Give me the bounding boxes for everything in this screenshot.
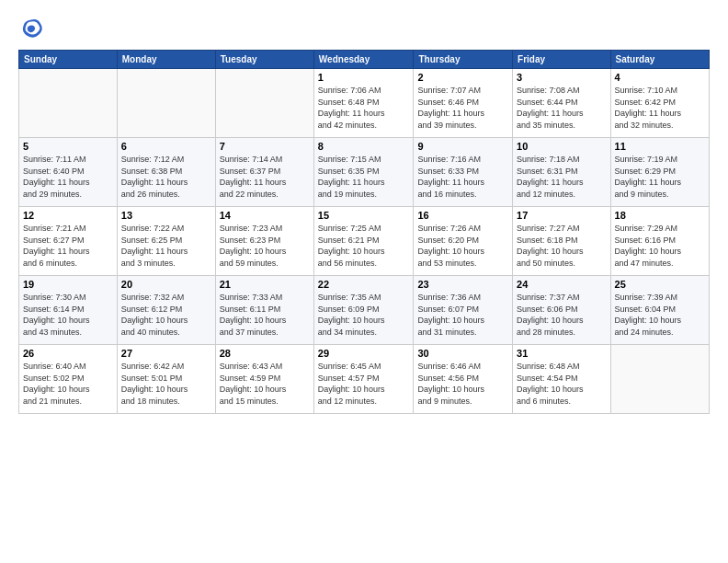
day-info: Sunrise: 6:42 AM Sunset: 5:01 PM Dayligh… <box>121 361 211 407</box>
day-info: Sunrise: 7:23 AM Sunset: 6:23 PM Dayligh… <box>220 223 310 269</box>
day-info: Sunrise: 7:18 AM Sunset: 6:31 PM Dayligh… <box>517 154 606 200</box>
day-info: Sunrise: 7:22 AM Sunset: 6:25 PM Dayligh… <box>121 223 211 269</box>
day-info: Sunrise: 6:46 AM Sunset: 4:56 PM Dayligh… <box>417 361 508 407</box>
calendar-cell: 24Sunrise: 7:37 AM Sunset: 6:06 PM Dayli… <box>513 276 610 345</box>
day-info: Sunrise: 7:37 AM Sunset: 6:06 PM Dayligh… <box>517 292 606 338</box>
day-number: 7 <box>220 141 310 152</box>
day-info: Sunrise: 7:15 AM Sunset: 6:35 PM Dayligh… <box>318 154 410 200</box>
day-info: Sunrise: 7:16 AM Sunset: 6:33 PM Dayligh… <box>417 154 508 200</box>
day-info: Sunrise: 7:19 AM Sunset: 6:29 PM Dayligh… <box>615 154 705 200</box>
calendar-cell: 31Sunrise: 6:48 AM Sunset: 4:54 PM Dayli… <box>513 345 610 414</box>
day-info: Sunrise: 7:39 AM Sunset: 6:04 PM Dayligh… <box>615 292 705 338</box>
day-number: 15 <box>318 210 410 221</box>
logo <box>18 17 46 42</box>
weekday-header-saturday: Saturday <box>610 51 709 69</box>
calendar-cell: 6Sunrise: 7:12 AM Sunset: 6:38 PM Daylig… <box>117 138 215 207</box>
day-number: 28 <box>220 348 310 359</box>
day-number: 24 <box>517 279 606 290</box>
calendar-cell: 23Sunrise: 7:36 AM Sunset: 6:07 PM Dayli… <box>414 276 513 345</box>
day-number: 23 <box>417 279 508 290</box>
calendar-cell: 3Sunrise: 7:08 AM Sunset: 6:44 PM Daylig… <box>513 69 610 138</box>
day-info: Sunrise: 7:27 AM Sunset: 6:18 PM Dayligh… <box>517 223 606 269</box>
day-number: 29 <box>318 348 410 359</box>
day-info: Sunrise: 7:36 AM Sunset: 6:07 PM Dayligh… <box>417 292 508 338</box>
day-info: Sunrise: 7:14 AM Sunset: 6:37 PM Dayligh… <box>220 154 310 200</box>
day-info: Sunrise: 6:43 AM Sunset: 4:59 PM Dayligh… <box>220 361 310 407</box>
calendar-week-2: 5Sunrise: 7:11 AM Sunset: 6:40 PM Daylig… <box>19 138 710 207</box>
calendar-cell <box>215 69 313 138</box>
day-info: Sunrise: 7:06 AM Sunset: 6:48 PM Dayligh… <box>318 85 410 131</box>
logo-icon <box>18 17 44 42</box>
day-info: Sunrise: 7:25 AM Sunset: 6:21 PM Dayligh… <box>318 223 410 269</box>
day-number: 19 <box>23 279 113 290</box>
day-info: Sunrise: 7:35 AM Sunset: 6:09 PM Dayligh… <box>318 292 410 338</box>
day-info: Sunrise: 7:30 AM Sunset: 6:14 PM Dayligh… <box>23 292 113 338</box>
day-number: 14 <box>220 210 310 221</box>
day-info: Sunrise: 7:08 AM Sunset: 6:44 PM Dayligh… <box>517 85 606 131</box>
calendar-cell: 9Sunrise: 7:16 AM Sunset: 6:33 PM Daylig… <box>414 138 513 207</box>
day-number: 10 <box>517 141 606 152</box>
calendar-cell: 12Sunrise: 7:21 AM Sunset: 6:27 PM Dayli… <box>19 207 118 276</box>
calendar-cell: 4Sunrise: 7:10 AM Sunset: 6:42 PM Daylig… <box>610 69 709 138</box>
day-info: Sunrise: 6:48 AM Sunset: 4:54 PM Dayligh… <box>517 361 606 407</box>
day-number: 25 <box>615 279 705 290</box>
calendar-cell: 8Sunrise: 7:15 AM Sunset: 6:35 PM Daylig… <box>313 138 414 207</box>
calendar-week-1: 1Sunrise: 7:06 AM Sunset: 6:48 PM Daylig… <box>19 69 710 138</box>
calendar-cell: 22Sunrise: 7:35 AM Sunset: 6:09 PM Dayli… <box>313 276 414 345</box>
day-number: 16 <box>417 210 508 221</box>
day-number: 11 <box>615 141 705 152</box>
calendar-cell: 25Sunrise: 7:39 AM Sunset: 6:04 PM Dayli… <box>610 276 709 345</box>
calendar-cell: 29Sunrise: 6:45 AM Sunset: 4:57 PM Dayli… <box>313 345 414 414</box>
weekday-header-thursday: Thursday <box>414 51 513 69</box>
calendar-header-row: SundayMondayTuesdayWednesdayThursdayFrid… <box>19 51 710 69</box>
day-number: 20 <box>121 279 211 290</box>
calendar-cell <box>117 69 215 138</box>
calendar-week-3: 12Sunrise: 7:21 AM Sunset: 6:27 PM Dayli… <box>19 207 710 276</box>
day-info: Sunrise: 7:10 AM Sunset: 6:42 PM Dayligh… <box>615 85 705 131</box>
day-number: 18 <box>615 210 705 221</box>
day-number: 5 <box>23 141 113 152</box>
calendar-cell: 1Sunrise: 7:06 AM Sunset: 6:48 PM Daylig… <box>313 69 414 138</box>
calendar-week-4: 19Sunrise: 7:30 AM Sunset: 6:14 PM Dayli… <box>19 276 710 345</box>
header <box>18 17 710 42</box>
day-info: Sunrise: 6:40 AM Sunset: 5:02 PM Dayligh… <box>23 361 113 407</box>
calendar-week-5: 26Sunrise: 6:40 AM Sunset: 5:02 PM Dayli… <box>19 345 710 414</box>
day-number: 8 <box>318 141 410 152</box>
calendar-cell: 26Sunrise: 6:40 AM Sunset: 5:02 PM Dayli… <box>19 345 118 414</box>
day-info: Sunrise: 7:29 AM Sunset: 6:16 PM Dayligh… <box>615 223 705 269</box>
day-info: Sunrise: 7:12 AM Sunset: 6:38 PM Dayligh… <box>121 154 211 200</box>
weekday-header-wednesday: Wednesday <box>313 51 414 69</box>
calendar-cell: 18Sunrise: 7:29 AM Sunset: 6:16 PM Dayli… <box>610 207 709 276</box>
calendar-cell: 2Sunrise: 7:07 AM Sunset: 6:46 PM Daylig… <box>414 69 513 138</box>
weekday-header-tuesday: Tuesday <box>215 51 313 69</box>
calendar-cell <box>610 345 709 414</box>
weekday-header-sunday: Sunday <box>19 51 118 69</box>
day-info: Sunrise: 7:26 AM Sunset: 6:20 PM Dayligh… <box>417 223 508 269</box>
calendar-cell: 20Sunrise: 7:32 AM Sunset: 6:12 PM Dayli… <box>117 276 215 345</box>
day-number: 4 <box>615 72 705 83</box>
day-number: 12 <box>23 210 113 221</box>
calendar-cell: 27Sunrise: 6:42 AM Sunset: 5:01 PM Dayli… <box>117 345 215 414</box>
day-info: Sunrise: 7:11 AM Sunset: 6:40 PM Dayligh… <box>23 154 113 200</box>
calendar-cell: 17Sunrise: 7:27 AM Sunset: 6:18 PM Dayli… <box>513 207 610 276</box>
day-number: 30 <box>417 348 508 359</box>
day-number: 21 <box>220 279 310 290</box>
calendar-cell: 11Sunrise: 7:19 AM Sunset: 6:29 PM Dayli… <box>610 138 709 207</box>
day-number: 13 <box>121 210 211 221</box>
day-info: Sunrise: 7:32 AM Sunset: 6:12 PM Dayligh… <box>121 292 211 338</box>
weekday-header-friday: Friday <box>513 51 610 69</box>
calendar-cell: 21Sunrise: 7:33 AM Sunset: 6:11 PM Dayli… <box>215 276 313 345</box>
weekday-header-monday: Monday <box>117 51 215 69</box>
day-info: Sunrise: 7:33 AM Sunset: 6:11 PM Dayligh… <box>220 292 310 338</box>
calendar-cell: 14Sunrise: 7:23 AM Sunset: 6:23 PM Dayli… <box>215 207 313 276</box>
day-number: 27 <box>121 348 211 359</box>
day-number: 31 <box>517 348 606 359</box>
day-number: 17 <box>517 210 606 221</box>
day-info: Sunrise: 7:07 AM Sunset: 6:46 PM Dayligh… <box>417 85 508 131</box>
page: SundayMondayTuesdayWednesdayThursdayFrid… <box>0 0 728 563</box>
calendar-cell: 13Sunrise: 7:22 AM Sunset: 6:25 PM Dayli… <box>117 207 215 276</box>
calendar-cell: 19Sunrise: 7:30 AM Sunset: 6:14 PM Dayli… <box>19 276 118 345</box>
day-info: Sunrise: 7:21 AM Sunset: 6:27 PM Dayligh… <box>23 223 113 269</box>
day-number: 1 <box>318 72 410 83</box>
day-number: 26 <box>23 348 113 359</box>
